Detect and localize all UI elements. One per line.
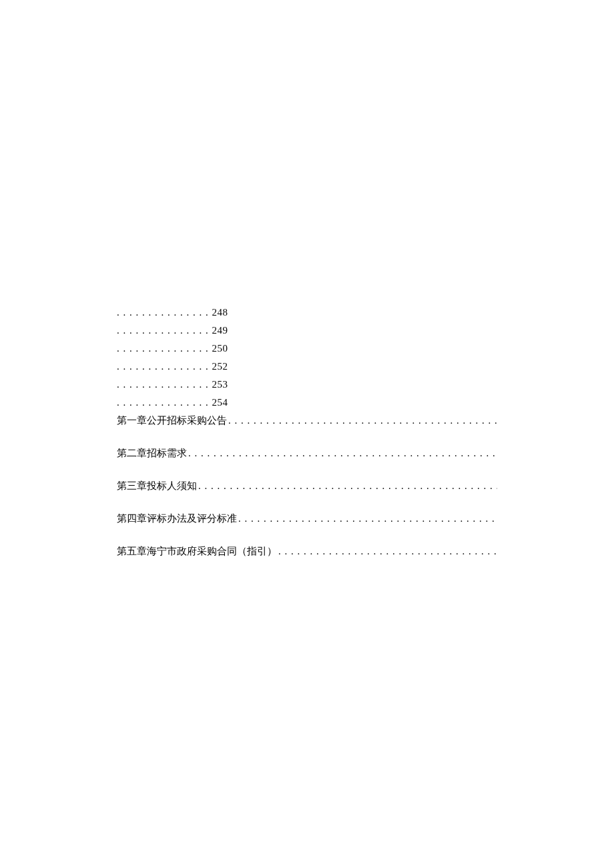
page-ref-line: . . . . . . . . . . . . . . . 250 xyxy=(117,340,497,358)
toc-leader-dots: . . . . . . . . . . . . . . . . . . . . … xyxy=(188,444,497,462)
toc-leader-dots: . . . . . . . . . . . . . . . . . . . . … xyxy=(228,412,497,430)
page-ref-line: . . . . . . . . . . . . . . . 248 xyxy=(117,304,497,322)
leader-dots: . . . . . . . . . . . . . . . xyxy=(117,307,212,318)
toc-entry: 第五章海宁市政府采购合同（指引） . . . . . . . . . . . .… xyxy=(117,542,497,560)
page-number: 250 xyxy=(212,343,228,354)
toc-title: 第一章公开招标采购公告 xyxy=(117,412,227,430)
toc-entry: 第一章公开招标采购公告 . . . . . . . . . . . . . . … xyxy=(117,412,497,430)
leader-dots: . . . . . . . . . . . . . . . xyxy=(117,397,212,408)
toc-title: 第二章招标需求 xyxy=(117,444,187,462)
page-ref-line: . . . . . . . . . . . . . . . 249 xyxy=(117,322,497,340)
page-ref-line: . . . . . . . . . . . . . . . 254 xyxy=(117,394,497,412)
page-number: 252 xyxy=(212,361,228,372)
page-number: 253 xyxy=(212,379,228,390)
leader-dots: . . . . . . . . . . . . . . . xyxy=(117,325,212,336)
page-number: 254 xyxy=(212,397,228,408)
page-number: 248 xyxy=(212,307,228,318)
leader-dots: . . . . . . . . . . . . . . . xyxy=(117,343,212,354)
toc-entry: 第二章招标需求 . . . . . . . . . . . . . . . . … xyxy=(117,444,497,462)
toc-title: 第三章投标人须知 xyxy=(117,477,197,495)
page-ref-line: . . . . . . . . . . . . . . . 252 xyxy=(117,358,497,376)
leader-dots: . . . . . . . . . . . . . . . xyxy=(117,379,212,390)
toc-entry: 第四章评标办法及评分标准 . . . . . . . . . . . . . .… xyxy=(117,510,497,528)
document-body: . . . . . . . . . . . . . . . 248 . . . … xyxy=(117,304,497,560)
toc-title: 第四章评标办法及评分标准 xyxy=(117,510,237,528)
toc-leader-dots: . . . . . . . . . . . . . . . . . . . . … xyxy=(198,477,497,495)
toc-title: 第五章海宁市政府采购合同（指引） xyxy=(117,542,277,560)
leader-dots: . . . . . . . . . . . . . . . xyxy=(117,361,212,372)
toc-leader-dots: . . . . . . . . . . . . . . . . . . . . … xyxy=(238,510,497,528)
page-ref-line: . . . . . . . . . . . . . . . 253 xyxy=(117,376,497,394)
toc-entry: 第三章投标人须知 . . . . . . . . . . . . . . . .… xyxy=(117,477,497,495)
page-number: 249 xyxy=(212,325,228,336)
toc-leader-dots: . . . . . . . . . . . . . . . . . . . . … xyxy=(278,542,497,560)
